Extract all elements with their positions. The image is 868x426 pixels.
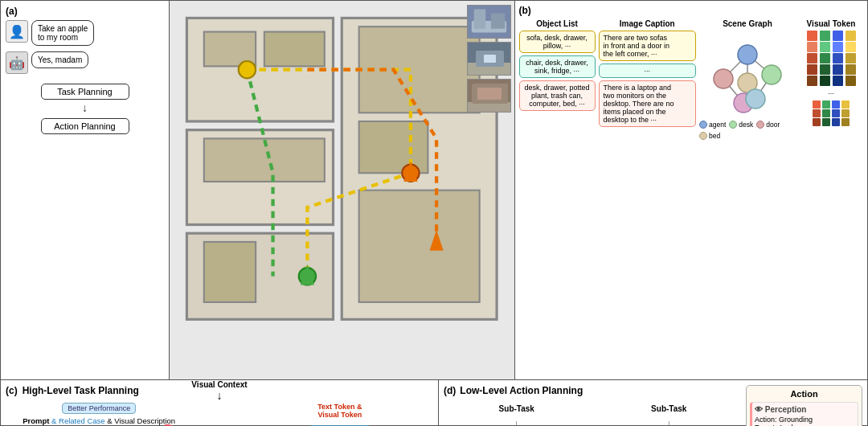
task-planning-box: Task Planning: [41, 84, 129, 100]
legend-desk: desk: [729, 121, 753, 129]
scene-graph-svg: [699, 31, 796, 119]
b-columns: Object List sofa, desk, drawer,pillow, ·…: [519, 19, 864, 375]
legend-bed: bed: [699, 132, 720, 140]
cap-box-1: There are two sofasin front and a door i…: [599, 31, 697, 61]
person-speech-bubble: Take an appleto my room: [31, 20, 94, 46]
vt-stack-4: [845, 31, 856, 86]
img-caption-col: Image Caption There are two sofasin fron…: [599, 19, 697, 375]
img-caption-title: Image Caption: [620, 19, 675, 28]
obj-box-2: chair, desk, drawer,sink, fridge, ···: [519, 55, 596, 78]
replan-middle: Replan ← →: [199, 403, 240, 426]
person-speech-row: 👤 Take an appleto my room: [6, 20, 164, 48]
panel-a-label: (a): [6, 6, 164, 17]
person-speech-text: Take an appleto my room: [38, 24, 88, 42]
svg-point-35: [714, 69, 733, 88]
d-main: (d) Low-Level Action Planning Sub-Task ↓…: [444, 385, 742, 426]
photo-thumbnails: [467, 5, 511, 113]
vt-small-2: [822, 100, 830, 126]
svg-rect-5: [264, 32, 325, 67]
panel-b-label: (b): [519, 5, 864, 16]
obj-list-title: Object List: [536, 19, 578, 28]
svg-rect-24: [484, 55, 496, 63]
scene-graph-title: Scene Graph: [723, 19, 772, 28]
robot-speech-bubble: Yes, madam: [31, 51, 88, 68]
panel-d-label: (d): [444, 385, 456, 396]
svg-rect-28: [477, 88, 502, 100]
action-panel: Action 👁 Perception Action: Grounding Ta…: [746, 385, 862, 426]
person-avatar: 👤: [6, 20, 28, 43]
vt-stacks-row1: [807, 31, 856, 86]
vt-small-1: [813, 100, 821, 126]
svg-rect-8: [359, 27, 480, 113]
vt-stack-2: [820, 31, 830, 86]
subtask2-title: Sub-Task: [651, 404, 686, 413]
visual-token-col: Visual Token: [799, 19, 863, 375]
subtask1-title: Sub-Task: [499, 404, 534, 413]
arrow-down-4: ↓: [666, 417, 672, 426]
svg-rect-9: [359, 121, 428, 173]
cap-box-3: There is a laptop andtwo monitors on the…: [599, 80, 697, 127]
panel-a: (a) 👤 Take an appleto my room 🤖 Yes, mad…: [1, 1, 170, 379]
svg-point-39: [746, 89, 765, 109]
svg-rect-19: [473, 10, 485, 29]
map-section: [170, 1, 515, 379]
obj-box-3: desk, drawer, pottedplant, trash can,com…: [519, 80, 596, 111]
task-flow: Task Planning ↓ Action Planning: [6, 82, 164, 134]
vt-stacks-row2: [813, 100, 850, 126]
d-flow: Sub-Task ↓ 🧠 LLM/VLM ↓ ⊕ Grounding, VQA,…: [444, 404, 742, 426]
legend-agent: agent: [699, 121, 726, 129]
photo-thumb-2: [467, 42, 511, 76]
top-section: (a) 👤 Take an appleto my room 🤖 Yes, mad…: [1, 1, 867, 380]
c-left: Better Performance Prompt & Related Case…: [6, 403, 192, 426]
vt-stack-1: [807, 31, 817, 86]
cap-box-2: ···: [599, 63, 697, 78]
eye-icon: 👁: [755, 405, 763, 414]
panel-b: (b) Object List sofa, desk, drawer,pillo…: [515, 1, 868, 379]
c-main: Better Performance Prompt & Related Case…: [6, 403, 433, 426]
panel-d: (d) Low-Level Action Planning Sub-Task ↓…: [439, 380, 867, 426]
svg-rect-7: [204, 242, 256, 302]
arrow-down-1: ↓: [514, 417, 519, 426]
vt-small-4: [841, 100, 850, 126]
d-col-llmvlm: Sub-Task ↓ 🧠 LLM/VLM ↓ ⊕ Grounding, VQA,…: [444, 404, 590, 426]
robot-avatar: 🤖: [6, 51, 28, 74]
map-svg: [170, 1, 514, 379]
vt-stack-3: [833, 31, 843, 86]
svg-point-36: [762, 65, 781, 84]
perception-action: Action: Grounding: [755, 416, 855, 424]
action-planning-box: Action Planning: [41, 118, 129, 134]
panel-c: (c) High-Level Task Planning Visual Cont…: [1, 380, 439, 426]
panel-d-title: Low-Level Action Planning: [460, 385, 583, 396]
panel-c-title: High-Level Task Planning: [23, 385, 139, 396]
svg-rect-10: [359, 190, 480, 302]
better-perf-badge: Better Performance: [62, 403, 136, 414]
legend-door: door: [756, 121, 780, 129]
bottom-section: (c) High-Level Task Planning Visual Cont…: [1, 380, 867, 426]
panel-c-label: (c): [6, 385, 18, 396]
photo-thumb-1: [467, 5, 511, 39]
vt-dots: ···: [828, 89, 834, 97]
vt-small-3: [832, 100, 840, 126]
svg-point-11: [239, 61, 256, 78]
panel-d-header: (d) Low-Level Action Planning: [444, 385, 742, 399]
scene-graph-col: Scene Graph: [699, 19, 796, 375]
svg-point-34: [738, 45, 757, 64]
robot-speech-text: Yes, madam: [38, 55, 82, 64]
main-container: (a) 👤 Take an appleto my room 🤖 Yes, mad…: [0, 0, 868, 426]
visual-context-label: Visual Context ↓: [191, 380, 247, 402]
obj-list-col: Object List sofa, desk, drawer,pillow, ·…: [519, 19, 596, 375]
svg-rect-20: [490, 13, 504, 28]
perception-title: 👁 Perception: [755, 405, 855, 414]
perception-section: 👁 Perception Action: Grounding Target: A…: [750, 402, 858, 426]
visual-token-title: Visual Token: [807, 19, 856, 28]
action-panel-title: Action: [750, 389, 858, 399]
task-to-action-arrow: ↓: [82, 101, 88, 115]
robot-speech-row: 🤖 Yes, madam: [6, 51, 164, 74]
scene-graph-legend: agent desk door bed: [699, 121, 796, 140]
photo-thumb-3: [467, 79, 511, 113]
obj-box-1: sofa, desk, drawer,pillow, ···: [519, 31, 596, 53]
d-col-vla: Sub-Task ↓ 🤖 VLA Model ↓ Embodiment: [596, 404, 743, 426]
c-right: Text Token & Visual Token 🧠 VLM ↓ Replan…: [247, 403, 433, 426]
text-token-label: Text Token & Visual Token: [317, 403, 362, 419]
